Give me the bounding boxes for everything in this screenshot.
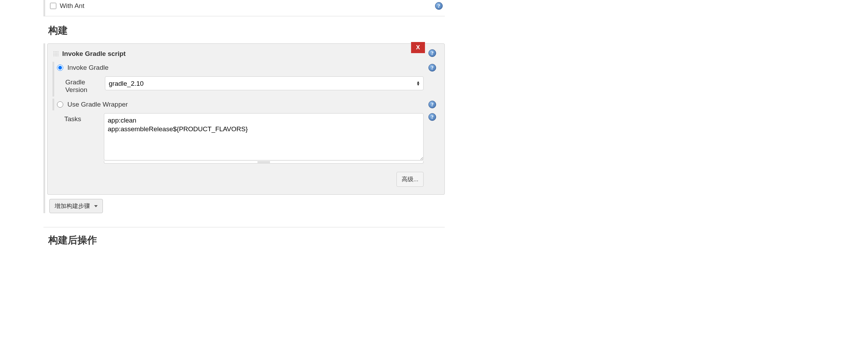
chevron-down-icon — [94, 205, 98, 207]
add-build-step-button[interactable]: 增加构建步骤 — [49, 199, 103, 213]
add-build-step-row: 增加构建步骤 — [47, 195, 445, 213]
step-header: Invoke Gradle script ? — [53, 50, 436, 58]
use-wrapper-label: Use Gradle Wrapper — [67, 101, 128, 108]
invoke-gradle-label: Invoke Gradle — [67, 64, 108, 72]
post-build-heading: 构建后操作 — [43, 227, 445, 247]
tasks-control — [104, 113, 424, 164]
build-container: X Invoke Gradle script ? Invoke Gradle ?… — [43, 43, 445, 213]
with-ant-block: With Ant ? — [43, 0, 445, 16]
tasks-row: Tasks ? — [53, 110, 436, 166]
invoke-gradle-block: Invoke Gradle ? Gradle Version gradle_2.… — [52, 62, 436, 97]
help-icon[interactable]: ? — [435, 2, 443, 10]
add-build-step-label: 增加构建步骤 — [55, 202, 90, 210]
use-wrapper-row: Use Gradle Wrapper ? — [57, 99, 436, 110]
help-icon[interactable]: ? — [428, 64, 436, 72]
gradle-version-select[interactable]: gradle_2.10 — [105, 76, 424, 90]
build-step-gradle: X Invoke Gradle script ? Invoke Gradle ?… — [47, 43, 445, 195]
gradle-version-control: gradle_2.10 ▲▼ — [105, 76, 424, 90]
help-icon[interactable]: ? — [428, 113, 436, 121]
drag-handle-icon[interactable] — [53, 51, 59, 57]
with-ant-row: With Ant ? — [47, 0, 445, 16]
advanced-button[interactable]: 高级... — [396, 172, 424, 187]
page-container: With Ant ? 构建 X Invoke Gradle script ? I… — [0, 0, 868, 343]
tasks-textarea[interactable] — [104, 113, 424, 160]
with-ant-label: With Ant — [60, 2, 84, 10]
gradle-version-row: Gradle Version gradle_2.10 ▲▼ — [57, 74, 436, 97]
use-wrapper-block: Use Gradle Wrapper ? — [52, 99, 436, 110]
invoke-gradle-radio[interactable] — [57, 65, 63, 71]
advanced-row: 高级... — [53, 166, 436, 187]
tasks-label: Tasks — [56, 113, 101, 123]
build-section-heading: 构建 — [43, 16, 445, 43]
use-wrapper-radio[interactable] — [57, 101, 63, 108]
gradle-version-label: Gradle Version — [57, 76, 102, 94]
help-icon[interactable]: ? — [428, 49, 436, 57]
step-title: Invoke Gradle script — [62, 50, 126, 58]
with-ant-checkbox[interactable] — [50, 3, 56, 9]
main-content: With Ant ? 构建 X Invoke Gradle script ? I… — [43, 0, 445, 247]
textarea-resize-grip[interactable] — [104, 161, 424, 164]
gradle-version-select-wrapper: gradle_2.10 ▲▼ — [105, 76, 424, 90]
invoke-gradle-row: Invoke Gradle ? — [57, 62, 436, 74]
help-icon[interactable]: ? — [428, 101, 436, 108]
